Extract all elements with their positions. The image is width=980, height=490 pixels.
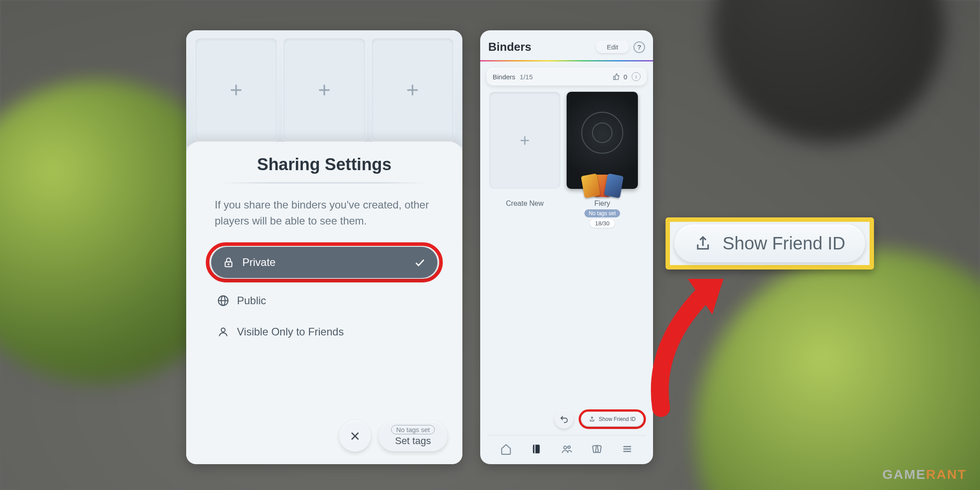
- tab-social[interactable]: [558, 441, 576, 457]
- callout: Show Friend ID: [666, 217, 874, 270]
- option-label: Private: [242, 256, 276, 269]
- option-label: Visible Only to Friends: [237, 326, 344, 338]
- binders-title: Binders: [488, 40, 592, 54]
- binder-tag-pill: No tags set: [584, 209, 621, 217]
- empty-slots-row: + + +: [186, 30, 462, 146]
- subbar-label: Binders: [493, 73, 515, 81]
- option-friends[interactable]: Visible Only to Friends: [206, 316, 443, 347]
- tab-cards[interactable]: [588, 441, 606, 457]
- back-button[interactable]: [555, 410, 573, 429]
- close-button[interactable]: [339, 421, 371, 452]
- create-new-button[interactable]: +: [489, 92, 560, 189]
- edit-button[interactable]: Edit: [596, 41, 629, 53]
- info-button[interactable]: i: [632, 72, 641, 81]
- set-tags-button[interactable]: No tags set Set tags: [379, 421, 447, 451]
- no-tags-pill: No tags set: [391, 425, 435, 434]
- divider: [219, 182, 429, 184]
- undo-icon: [559, 415, 568, 424]
- sharing-sheet: Sharing Settings If you share the binder…: [186, 142, 462, 464]
- binders-header: Binders Edit ?: [480, 30, 653, 60]
- share-icon: [589, 416, 595, 422]
- callout-button: Show Friend ID: [674, 225, 865, 262]
- binders-subbar: Binders 1/15 0 i: [486, 68, 647, 86]
- create-new-card: + Create New: [489, 92, 560, 228]
- person-icon: [217, 326, 229, 338]
- svg-rect-9: [533, 445, 539, 453]
- option-private[interactable]: Private: [211, 247, 437, 278]
- option-label: Public: [237, 294, 266, 307]
- sharing-settings-panel: + + + Sharing Settings If you share the …: [186, 30, 462, 464]
- lock-icon: [223, 257, 234, 268]
- svg-rect-10: [535, 445, 535, 453]
- binder-card-count: 18/30: [590, 219, 615, 228]
- callout-highlight: Show Friend ID: [666, 217, 874, 270]
- sharing-title: Sharing Settings: [206, 155, 443, 174]
- cards-icon: [591, 443, 603, 455]
- svg-point-1: [228, 264, 229, 265]
- help-button[interactable]: ?: [633, 41, 645, 53]
- show-friend-id-button[interactable]: Show Friend ID: [582, 412, 643, 426]
- empty-slot[interactable]: +: [283, 38, 365, 141]
- watermark: GAMERANT: [882, 467, 967, 482]
- tab-menu[interactable]: [618, 441, 636, 457]
- close-icon: [349, 430, 361, 442]
- empty-slot[interactable]: +: [195, 38, 277, 141]
- binders-panel: Binders Edit ? Binders 1/15 0 i + Create…: [480, 30, 653, 464]
- create-new-label: Create New: [506, 200, 543, 208]
- tab-bar: [487, 435, 646, 459]
- svg-point-5: [221, 328, 225, 332]
- binder-cover[interactable]: [567, 92, 638, 189]
- rainbow-divider: [480, 60, 653, 61]
- empty-slot[interactable]: +: [372, 38, 453, 141]
- highlight-private: Private: [206, 242, 443, 282]
- tab-binders[interactable]: [527, 441, 545, 457]
- svg-point-12: [568, 446, 570, 448]
- people-icon: [561, 443, 572, 455]
- tab-home[interactable]: [497, 441, 515, 457]
- callout-label: Show Friend ID: [723, 233, 845, 253]
- check-icon: [413, 256, 426, 269]
- globe-icon: [217, 295, 229, 306]
- book-icon: [531, 443, 542, 455]
- show-friend-id-label: Show Friend ID: [599, 416, 636, 422]
- highlight-friend-id: Show Friend ID: [579, 409, 646, 429]
- svg-point-11: [564, 446, 567, 449]
- thumbs-up-icon: [613, 73, 620, 80]
- set-tags-label: Set tags: [395, 435, 431, 447]
- sharing-description: If you share the binders you've created,…: [206, 197, 443, 242]
- home-icon: [500, 443, 512, 455]
- card-fan: [585, 175, 620, 197]
- svg-rect-8: [613, 76, 615, 79]
- binder-card: Fiery No tags set 18/30: [567, 92, 638, 228]
- likes[interactable]: 0: [613, 73, 627, 81]
- menu-icon: [621, 443, 633, 455]
- option-public[interactable]: Public: [206, 285, 443, 316]
- arrow-icon: [643, 265, 741, 417]
- binder-name: Fiery: [594, 200, 610, 208]
- like-count: 0: [624, 73, 627, 81]
- share-icon: [694, 235, 712, 253]
- binder-count: 1/15: [520, 73, 533, 81]
